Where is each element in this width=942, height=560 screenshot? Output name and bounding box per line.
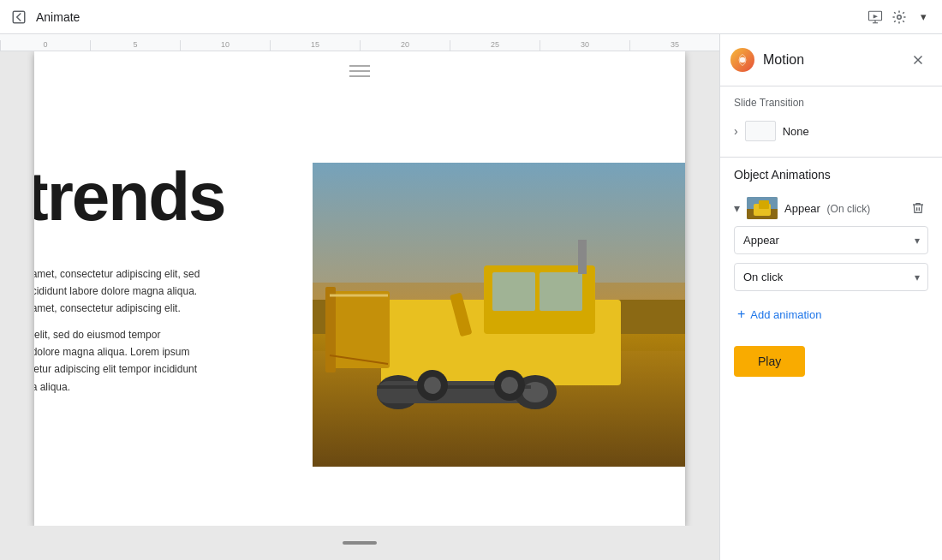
bulldozer-svg	[313, 163, 685, 467]
body-line-1: t amet, consectetur adipiscing elit, sed	[34, 265, 283, 283]
present-button[interactable]	[865, 7, 885, 27]
slide-bottom-bar	[0, 526, 719, 560]
headline-prefix: t	[34, 158, 47, 235]
trigger-dropdown-wrapper: On click After previous With previous ▾	[734, 263, 928, 291]
menu-line	[349, 65, 370, 67]
svg-point-22	[522, 382, 548, 402]
play-label: Play	[758, 354, 781, 368]
anim-delete-button[interactable]	[908, 198, 928, 218]
motion-panel: Motion Slide Transition › None Object An…	[719, 34, 942, 560]
toolbar-actions: ▾	[865, 7, 933, 27]
ruler-mark: 10	[180, 40, 270, 51]
transition-thumbnail	[745, 121, 776, 141]
body-line-6: t dolore magna aliqua. Lorem ipsum	[34, 343, 283, 360]
svg-rect-14	[540, 272, 582, 311]
body-line-8: na aliqua.	[34, 378, 283, 396]
back-button[interactable]	[9, 7, 29, 27]
trigger-dropdown[interactable]: On click After previous With previous	[734, 263, 928, 291]
transition-value: None	[783, 125, 809, 138]
plus-icon: +	[737, 307, 745, 322]
anim-thumb-svg	[747, 197, 778, 219]
svg-rect-15	[578, 240, 587, 274]
body-line-5: g elit, sed do eiusmod tempor	[34, 326, 283, 343]
close-icon	[910, 52, 926, 68]
svg-point-28	[501, 377, 518, 394]
motion-icon	[730, 48, 754, 72]
anim-expand-icon[interactable]: ▾	[734, 201, 740, 215]
play-section: Play	[720, 336, 942, 390]
slide-headline: trends	[34, 163, 225, 231]
main-container: 0 5 10 15 20 25 30 35 tre	[0, 34, 942, 560]
anim-trigger-text: (On click)	[827, 203, 871, 215]
animation-item-row: ▾ Appear (On click)	[734, 190, 928, 226]
object-animations-section: Object Animations ▾ Appear (On click)	[720, 158, 942, 336]
motion-icon-svg	[736, 53, 749, 67]
toolbar-title: Animate	[36, 10, 80, 24]
svg-rect-17	[325, 287, 336, 372]
ruler-mark: 5	[90, 40, 180, 51]
svg-marker-4	[873, 15, 878, 19]
add-animation-button[interactable]: + Add animation	[734, 300, 825, 329]
body-line-2: ncididunt labore dolore magna aliqua.	[34, 283, 283, 300]
panel-close-button[interactable]	[908, 50, 928, 70]
anim-info: Appear (On click)	[784, 202, 901, 215]
panel-title: Motion	[763, 52, 899, 68]
object-animations-label: Object Animations	[734, 168, 928, 182]
ruler-mark: 35	[629, 40, 719, 51]
anim-name-text: Appear	[784, 202, 820, 215]
anim-thumbnail	[747, 197, 778, 219]
svg-rect-37	[759, 200, 769, 209]
slide-transition-label: Slide Transition	[734, 97, 928, 109]
ruler-mark: 0	[0, 40, 90, 51]
menu-line	[349, 70, 370, 72]
ruler-mark: 15	[270, 40, 360, 51]
body-line-7: ctetur adipiscing elit tempor incididunt	[34, 360, 283, 378]
panel-header: Motion	[720, 34, 942, 86]
canvas-area: 0 5 10 15 20 25 30 35 tre	[0, 34, 719, 560]
transition-chevron-icon: ›	[734, 124, 738, 138]
transition-row[interactable]: › None	[734, 116, 928, 146]
headline-main: rends	[47, 158, 225, 235]
ruler: 0 5 10 15 20 25 30 35	[0, 34, 719, 51]
slide-transition-section: Slide Transition › None	[720, 86, 942, 158]
body-line-3: t amet, consectetur adipiscing elit.	[34, 300, 283, 317]
slide-indicator	[343, 541, 377, 545]
slide-image	[313, 163, 685, 467]
slide[interactable]: trends t amet, consectetur adipiscing el…	[34, 51, 685, 526]
play-button[interactable]: Play	[734, 346, 805, 377]
toolbar: Animate ▾	[0, 0, 942, 34]
appear-dropdown[interactable]: Appear Fade in Fly in Zoom in	[734, 226, 928, 254]
slide-container[interactable]: trends t amet, consectetur adipiscing el…	[0, 51, 719, 526]
ruler-mark: 30	[540, 40, 629, 51]
ruler-mark: 20	[360, 40, 450, 51]
svg-point-31	[740, 57, 746, 63]
slide-body-text: t amet, consectetur adipiscing elit, sed…	[34, 265, 283, 396]
settings-button[interactable]	[889, 7, 909, 27]
trash-icon	[911, 201, 925, 215]
anim-name: Appear (On click)	[784, 202, 901, 215]
svg-point-5	[897, 15, 902, 19]
ruler-mark: 25	[450, 40, 540, 51]
menu-line	[349, 75, 370, 77]
slide-menu-icon[interactable]	[349, 65, 370, 77]
add-animation-label: Add animation	[750, 308, 821, 321]
svg-rect-0	[13, 11, 25, 23]
chevron-down-icon[interactable]: ▾	[913, 7, 933, 27]
svg-rect-13	[492, 272, 535, 311]
appear-dropdown-wrapper: Appear Fade in Fly in Zoom in ▾	[734, 226, 928, 254]
svg-point-26	[424, 377, 441, 394]
